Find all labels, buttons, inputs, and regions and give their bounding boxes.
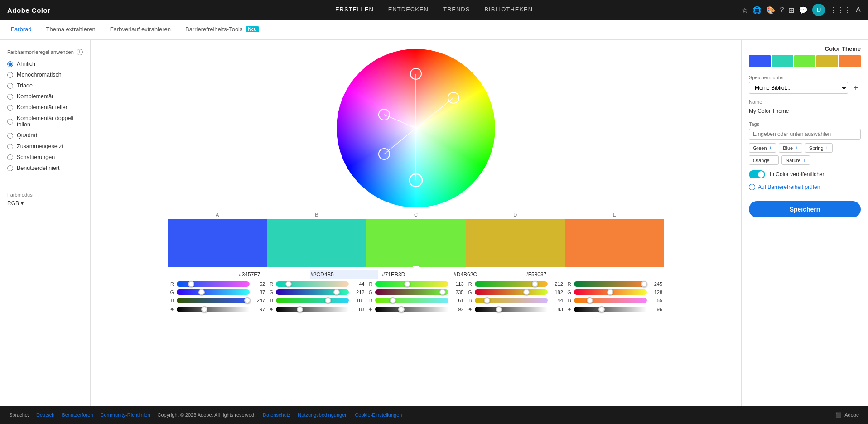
slider-b-e[interactable]	[574, 298, 647, 303]
globe-icon[interactable]: 🌐	[752, 6, 762, 14]
slider-bright-b[interactable]	[276, 307, 349, 312]
slider-g-d[interactable]	[475, 289, 548, 295]
user-avatar[interactable]: U	[812, 4, 825, 16]
hex-input-b[interactable]	[310, 270, 378, 279]
tag-spring[interactable]: Spring +	[805, 143, 833, 153]
tag-green-plus[interactable]: +	[769, 145, 772, 151]
radio-komplementaer[interactable]: Komplementär	[7, 93, 83, 100]
tag-nature[interactable]: Nature +	[781, 155, 810, 165]
tab-barrierefreiheits-tools[interactable]: Barrierefreiheits-Tools Neu	[183, 20, 261, 39]
slider-bright-a[interactable]	[177, 307, 250, 312]
radio-quadrat[interactable]: Quadrat	[7, 132, 83, 139]
swatch-a[interactable]	[168, 219, 267, 267]
preview-swatch-a[interactable]	[749, 55, 771, 67]
toggle-knob	[758, 171, 764, 178]
slider-b-a[interactable]	[177, 298, 250, 303]
preview-swatch-b[interactable]	[772, 55, 793, 67]
slider-bright-d[interactable]	[475, 307, 548, 312]
radio-komplementaer-doppelt-teilen[interactable]: Komplementär doppelt teilen	[7, 115, 83, 128]
radio-triade[interactable]: Triade	[7, 82, 83, 89]
radio-schattierungen[interactable]: Schattierungen	[7, 154, 83, 160]
adobe-icon[interactable]: A	[856, 6, 861, 14]
tag-nature-plus[interactable]: +	[802, 157, 806, 164]
nav-entdecken[interactable]: ENTDECKEN	[388, 6, 429, 14]
apps-icon[interactable]: ⊞	[788, 6, 794, 14]
language-link[interactable]: Deutsch	[36, 412, 54, 418]
slider-r-c[interactable]	[375, 281, 448, 287]
slider-bright-b-row: ✦ 83	[269, 306, 364, 313]
footer-nutzungsbedingungen[interactable]: Nutzungsbedingungen	[298, 412, 347, 418]
slider-g-c[interactable]	[375, 289, 448, 295]
nav-erstellen[interactable]: ERSTELLEN	[335, 6, 374, 14]
slider-bright-e[interactable]	[574, 307, 647, 312]
save-button[interactable]: Speichern	[749, 201, 861, 217]
hex-input-d[interactable]	[453, 270, 521, 279]
tab-thema-extrahieren[interactable]: Thema extrahieren	[44, 20, 97, 39]
preview-swatch-c[interactable]	[794, 55, 816, 67]
slider-rows: R 52 G 87 B 247 ✦	[168, 281, 664, 316]
footer-community[interactable]: Community-Richtlinien	[101, 412, 150, 418]
hex-input-a[interactable]	[239, 270, 307, 279]
slider-b-c[interactable]	[375, 298, 448, 303]
save-under-select[interactable]: Meine Bibliot...	[749, 82, 848, 94]
tag-green[interactable]: Green +	[749, 143, 776, 153]
tag-orange-plus[interactable]: +	[772, 157, 775, 164]
slider-g-b[interactable]	[276, 289, 349, 295]
tag-blue-plus[interactable]: +	[795, 145, 798, 151]
hex-input-wrap-d	[452, 270, 523, 279]
slider-r-a[interactable]	[177, 281, 250, 287]
footer-datenschutz[interactable]: Datenschutz	[263, 412, 290, 418]
b-e-value: 55	[650, 298, 662, 303]
preview-swatch-e[interactable]	[839, 55, 861, 67]
name-input[interactable]	[749, 106, 861, 116]
tag-orange[interactable]: Orange +	[749, 155, 779, 165]
swatch-c[interactable]	[366, 219, 465, 267]
footer-cookie[interactable]: Cookie-Einstellungen	[355, 412, 402, 418]
swatch-e[interactable]	[565, 219, 664, 267]
slider-b-b[interactable]	[276, 298, 349, 303]
add-library-button[interactable]: +	[851, 83, 861, 93]
accessibility-link[interactable]: i Auf Barrierefreiheit prüfen	[749, 184, 861, 190]
nav-trends[interactable]: TRENDS	[443, 6, 470, 14]
slider-g-e-row: G 128	[567, 289, 662, 295]
nav-bibliotheken[interactable]: BIBLIOTHEKEN	[484, 6, 533, 14]
preview-swatch-d[interactable]	[816, 55, 838, 67]
star-icon[interactable]: ☆	[742, 6, 748, 14]
palette-icon[interactable]: 🎨	[766, 6, 775, 14]
r-b-value: 44	[352, 281, 364, 287]
slider-r-e[interactable]	[574, 281, 647, 287]
slider-b-d[interactable]	[475, 298, 548, 303]
info-icon[interactable]: i	[77, 49, 83, 55]
help-icon[interactable]: ?	[780, 6, 784, 14]
color-wheel[interactable]	[337, 49, 495, 207]
radio-aehnlich[interactable]: Ähnlich	[7, 61, 83, 67]
radio-monochromatisch[interactable]: Monochromatisch	[7, 72, 83, 78]
swatch-d[interactable]	[466, 219, 565, 267]
tab-farbrad[interactable]: Farbrad	[9, 20, 34, 39]
swatch-b[interactable]	[267, 219, 366, 267]
radio-komplementaer-teilen[interactable]: Komplementär teilen	[7, 104, 83, 111]
slider-r-d[interactable]	[475, 281, 548, 287]
radio-zusammengesetzt[interactable]: Zusammengesetzt	[7, 143, 83, 149]
tag-spring-plus[interactable]: +	[825, 145, 829, 151]
waffle-icon[interactable]: ⋮⋮⋮	[829, 6, 851, 14]
publish-toggle[interactable]	[749, 170, 765, 178]
slider-r-b[interactable]	[276, 281, 349, 287]
footer-benutzerforen[interactable]: Benutzerforen	[62, 412, 93, 418]
r-d-value: 212	[550, 281, 563, 287]
color-wheel-container[interactable]	[337, 49, 495, 207]
farbmodus-label: Farbmodus	[7, 192, 34, 198]
slider-g-a[interactable]	[177, 289, 250, 295]
hex-input-e[interactable]	[525, 270, 593, 279]
tag-blue[interactable]: Blue +	[779, 143, 802, 153]
slider-g-e[interactable]	[574, 289, 647, 295]
radio-benutzerdefiniert[interactable]: Benutzerdefiniert	[7, 165, 83, 171]
tab-farbverlauf-extrahieren[interactable]: Farbverlauf extrahieren	[108, 20, 173, 39]
slider-bright-c-row: ✦ 92	[368, 306, 463, 313]
farbmodus-select[interactable]: RGB ▾	[7, 200, 83, 207]
slider-bright-c[interactable]	[375, 307, 448, 312]
chat-icon[interactable]: 💬	[799, 6, 808, 14]
hex-input-c[interactable]	[382, 270, 450, 279]
tags-input[interactable]	[749, 129, 861, 140]
slider-b-a-row: B 247	[169, 298, 265, 303]
